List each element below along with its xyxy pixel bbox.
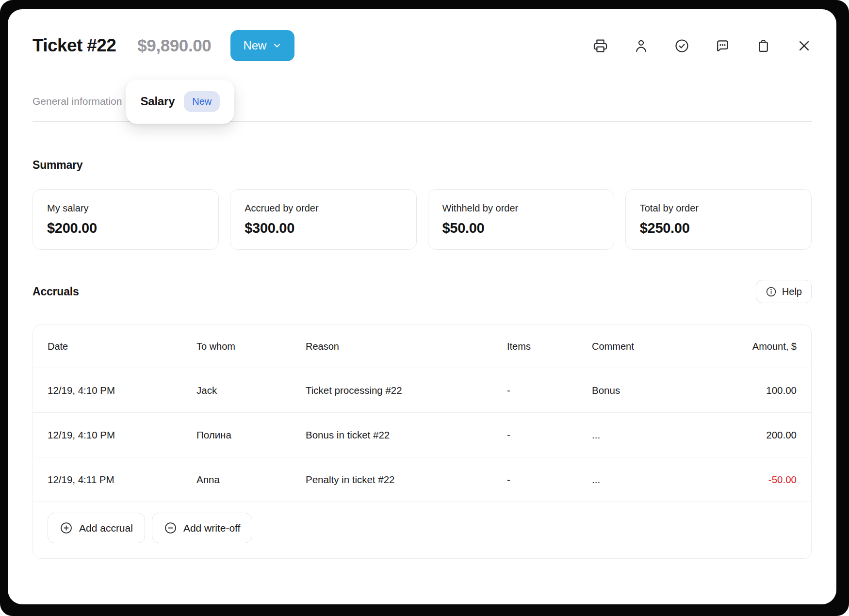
summary-card-label: Withheld by order — [442, 203, 600, 214]
cell-amount: 200.00 — [711, 429, 797, 441]
summary-card-value: $200.00 — [47, 220, 204, 236]
table-row[interactable]: 12/19, 4:10 PM Полина Bonus in ticket #2… — [33, 413, 811, 457]
column-header-comment: Comment — [592, 341, 711, 352]
trash-icon[interactable] — [756, 38, 771, 53]
accruals-heading: Accruals — [33, 285, 79, 298]
column-header-reason: Reason — [306, 341, 507, 352]
ticket-total-amount: $9,890.00 — [137, 36, 211, 55]
plus-circle-icon — [60, 521, 73, 535]
printer-icon[interactable] — [593, 38, 608, 53]
info-icon — [766, 286, 777, 297]
summary-card-total: Total by order $250.00 — [625, 189, 812, 250]
status-dropdown-button[interactable]: New — [230, 30, 294, 61]
cell-comment: ... — [592, 474, 711, 486]
summary-card-label: My salary — [47, 203, 204, 214]
user-icon[interactable] — [634, 38, 649, 53]
cell-items: - — [507, 474, 592, 486]
cell-date: 12/19, 4:10 PM — [48, 429, 196, 441]
status-dropdown-label: New — [243, 39, 266, 52]
summary-card-value: $50.00 — [442, 220, 600, 236]
accruals-header-bar: Accruals Help — [33, 280, 812, 303]
tab-salary[interactable]: Salary New — [126, 80, 234, 124]
help-button[interactable]: Help — [756, 280, 812, 303]
cell-to-whom: Полина — [196, 429, 306, 441]
help-button-label: Help — [782, 286, 802, 297]
cell-reason: Bonus in ticket #22 — [306, 429, 507, 441]
accruals-table: Date To whom Reason Items Comment Amount… — [33, 324, 812, 559]
cell-comment: Bonus — [592, 385, 711, 396]
tab-general-information[interactable]: General information — [33, 96, 122, 107]
table-row[interactable]: 12/19, 4:11 PM Anna Penalty in ticket #2… — [33, 457, 811, 502]
tab-salary-label: Salary — [140, 95, 175, 108]
cell-to-whom: Anna — [196, 474, 306, 486]
add-accrual-button[interactable]: Add accrual — [48, 513, 145, 543]
cell-reason: Penalty in ticket #22 — [306, 474, 507, 486]
cell-reason: Ticket processing #22 — [306, 385, 507, 396]
ticket-modal: Ticket #22 $9,890.00 New — [8, 9, 836, 604]
page-title: Ticket #22 — [33, 35, 116, 56]
summary-card-label: Accrued by order — [245, 203, 402, 214]
chat-icon[interactable] — [715, 38, 730, 53]
add-write-off-button[interactable]: Add write-off — [152, 513, 253, 543]
close-icon[interactable] — [797, 38, 812, 53]
add-accrual-label: Add accrual — [79, 522, 133, 534]
cell-amount: -50.00 — [711, 474, 797, 486]
minus-circle-icon — [164, 521, 177, 535]
column-header-date: Date — [48, 341, 196, 352]
summary-cards: My salary $200.00 Accrued by order $300.… — [33, 189, 812, 250]
table-header-row: Date To whom Reason Items Comment Amount… — [33, 325, 811, 368]
summary-card-value: $250.00 — [640, 220, 797, 236]
tab-bar: General information Salary New — [33, 76, 812, 127]
column-header-items: Items — [507, 341, 592, 352]
cell-comment: ... — [592, 429, 711, 441]
table-row[interactable]: 12/19, 4:10 PM Jack Ticket processing #2… — [33, 368, 811, 413]
check-circle-icon[interactable] — [674, 38, 689, 53]
window-frame: Ticket #22 $9,890.00 New — [0, 0, 849, 616]
modal-header: Ticket #22 $9,890.00 New — [33, 30, 812, 62]
tab-salary-new-badge: New — [184, 91, 220, 112]
cell-items: - — [507, 429, 592, 441]
header-actions — [593, 38, 812, 53]
summary-card-my-salary: My salary $200.00 — [33, 189, 219, 250]
chevron-down-icon — [272, 41, 282, 50]
cell-amount: 100.00 — [711, 385, 797, 396]
summary-card-withheld: Withheld by order $50.00 — [428, 189, 614, 250]
summary-card-value: $300.00 — [245, 220, 402, 236]
table-actions: Add accrual Add write-off — [33, 502, 811, 558]
summary-card-label: Total by order — [640, 203, 797, 214]
summary-card-accrued: Accrued by order $300.00 — [230, 189, 416, 250]
cell-date: 12/19, 4:10 PM — [48, 385, 196, 396]
cell-items: - — [507, 385, 592, 396]
column-header-amount: Amount, $ — [711, 341, 797, 352]
cell-date: 12/19, 4:11 PM — [48, 474, 196, 486]
column-header-to-whom: To whom — [196, 341, 306, 352]
cell-to-whom: Jack — [196, 385, 306, 396]
summary-heading: Summary — [33, 159, 812, 172]
add-write-off-label: Add write-off — [183, 522, 241, 534]
